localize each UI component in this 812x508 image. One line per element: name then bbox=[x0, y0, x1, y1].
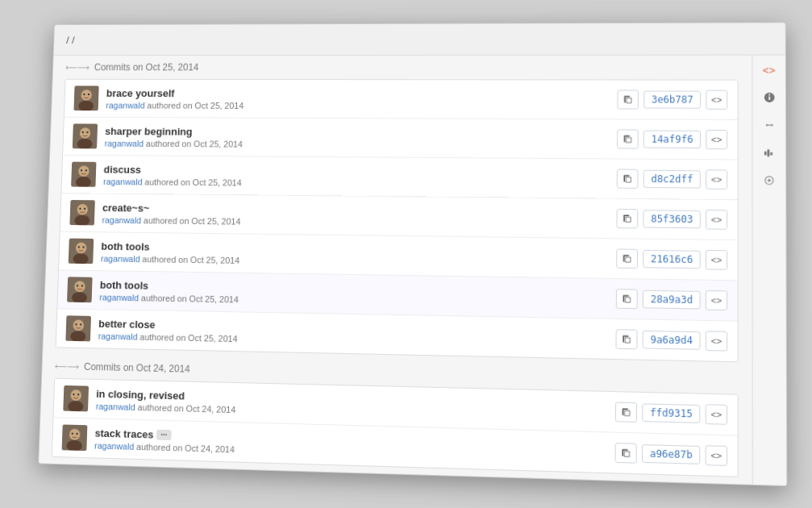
commit-message-link[interactable]: discuss bbox=[103, 163, 141, 175]
table-row: discuss raganwald authored on Oct 25, 20… bbox=[61, 156, 737, 200]
browse-code-button[interactable]: <> bbox=[705, 404, 727, 425]
chart-icon[interactable] bbox=[760, 144, 777, 160]
author-link[interactable]: raganwald bbox=[99, 292, 139, 302]
commit-date: authored on Oct 25, 2014 bbox=[143, 215, 240, 226]
browse-code-button[interactable]: <> bbox=[705, 290, 727, 310]
commit-sha-link[interactable]: 28a9a3d bbox=[643, 290, 700, 310]
author-link[interactable]: raganwald bbox=[106, 100, 145, 110]
browse-code-button[interactable]: <> bbox=[706, 210, 727, 230]
copy-sha-button[interactable] bbox=[617, 129, 639, 148]
info-icon[interactable] bbox=[760, 90, 777, 106]
author-link[interactable]: raganwald bbox=[94, 440, 133, 451]
commit-sha-link[interactable]: 9a6a9d4 bbox=[643, 331, 700, 350]
avatar bbox=[65, 315, 91, 341]
browse-code-button[interactable]: <> bbox=[705, 250, 727, 270]
commit-info: sharper beginning raganwald authored on … bbox=[104, 125, 617, 151]
day-header-label-0: Commits on Oct 25, 2014 bbox=[94, 62, 198, 73]
main-panel: / / ⟵⟶ Commits on Oct 25, 2014 bbox=[38, 22, 787, 486]
commit-message-link[interactable]: in closing, revised bbox=[96, 387, 185, 402]
commit-sha-link[interactable]: 21616c6 bbox=[643, 250, 700, 269]
author-link[interactable]: raganwald bbox=[98, 331, 137, 341]
day-header-icon-1: ⟵⟶ bbox=[54, 361, 79, 373]
author-link[interactable]: raganwald bbox=[102, 214, 141, 224]
day-header-label-1: Commits on Oct 24, 2014 bbox=[83, 361, 189, 375]
author-link[interactable]: raganwald bbox=[100, 253, 139, 263]
avatar bbox=[72, 123, 97, 148]
avatar bbox=[73, 85, 98, 110]
commits-group-1: in closing, revised raganwald authored o… bbox=[51, 378, 738, 477]
commit-date: authored on Oct 25, 2014 bbox=[144, 177, 242, 187]
commit-message-link[interactable]: create~s~ bbox=[102, 202, 148, 214]
browse-code-button[interactable]: <> bbox=[705, 445, 727, 466]
commit-sha-link[interactable]: 14af9f6 bbox=[643, 131, 701, 149]
commits-group-0: brace yourself raganwald authored on Oct… bbox=[55, 79, 738, 363]
commit-actions: a96e87b <> bbox=[615, 443, 727, 466]
commit-meta: raganwald authored on Oct 25, 2014 bbox=[106, 100, 618, 111]
browse-code-button[interactable]: <> bbox=[706, 90, 727, 110]
commit-date: authored on Oct 25, 2014 bbox=[142, 254, 239, 265]
commit-date: authored on Oct 24, 2014 bbox=[136, 441, 235, 454]
avatar bbox=[61, 424, 87, 451]
commit-actions: 9a6a9d4 <> bbox=[615, 329, 727, 351]
commit-sha-link[interactable]: 85f3603 bbox=[643, 210, 700, 228]
ellipsis-badge[interactable]: ··· bbox=[156, 429, 171, 439]
copy-sha-button[interactable] bbox=[616, 289, 638, 309]
browse-code-button[interactable]: <> bbox=[705, 331, 727, 351]
commit-sha-link[interactable]: ffd9315 bbox=[642, 403, 700, 423]
avatar bbox=[71, 162, 96, 187]
commit-meta: raganwald authored on Oct 25, 2014 bbox=[102, 177, 616, 190]
browse-code-button[interactable]: <> bbox=[706, 169, 727, 189]
arrows-icon[interactable] bbox=[760, 117, 777, 133]
author-link[interactable]: raganwald bbox=[102, 177, 142, 186]
commit-sha-link[interactable]: 3e6b787 bbox=[643, 91, 701, 109]
commit-info: both tools raganwald authored on Oct 25,… bbox=[99, 278, 616, 310]
copy-sha-button[interactable] bbox=[615, 329, 637, 349]
commit-message-link[interactable]: both tools bbox=[101, 240, 150, 252]
commit-message-link[interactable]: brace yourself bbox=[106, 87, 174, 99]
copy-sha-button[interactable] bbox=[616, 209, 638, 229]
table-row: brace yourself raganwald authored on Oct… bbox=[64, 80, 737, 120]
commit-info: create~s~ raganwald authored on Oct 25, … bbox=[102, 202, 617, 231]
commit-actions: 21616c6 <> bbox=[616, 248, 727, 269]
browse-code-button[interactable]: <> bbox=[706, 130, 727, 149]
commit-info: in closing, revised raganwald authored o… bbox=[95, 387, 615, 423]
commit-date: authored on Oct 25, 2014 bbox=[145, 139, 242, 148]
commit-date: authored on Oct 25, 2014 bbox=[140, 293, 238, 304]
commit-date: authored on Oct 25, 2014 bbox=[139, 331, 237, 343]
commit-date: authored on Oct 25, 2014 bbox=[147, 100, 244, 110]
copy-sha-button[interactable] bbox=[615, 402, 637, 423]
day-header-0: ⟵⟶ Commits on Oct 25, 2014 bbox=[52, 56, 752, 80]
commit-actions: d8c2dff <> bbox=[617, 169, 727, 189]
commit-info: brace yourself raganwald authored on Oct… bbox=[106, 87, 618, 111]
author-link[interactable]: raganwald bbox=[104, 138, 144, 148]
commit-info: stack traces ··· raganwald authored on O… bbox=[94, 427, 614, 464]
content-area: ⟵⟶ Commits on Oct 25, 2014 brace yo bbox=[39, 56, 786, 486]
commit-actions: 28a9a3d <> bbox=[616, 289, 727, 310]
commit-message-link[interactable]: stack traces bbox=[94, 427, 153, 440]
commits-list: ⟵⟶ Commits on Oct 25, 2014 brace yo bbox=[39, 56, 752, 485]
commit-info: discuss raganwald authored on Oct 25, 20… bbox=[102, 163, 616, 190]
commit-meta: raganwald authored on Oct 25, 2014 bbox=[104, 138, 617, 151]
commit-actions: 3e6b787 <> bbox=[617, 90, 727, 109]
commit-message: brace yourself bbox=[106, 87, 617, 100]
commit-sha-link[interactable]: a96e87b bbox=[642, 444, 700, 464]
day-header-icon-0: ⟵⟶ bbox=[65, 62, 90, 72]
commit-message-link[interactable]: sharper beginning bbox=[105, 125, 193, 137]
avatar bbox=[68, 239, 94, 264]
copy-sha-button[interactable] bbox=[617, 169, 639, 189]
author-link[interactable]: raganwald bbox=[95, 401, 135, 411]
avatar bbox=[63, 385, 89, 411]
commit-date: authored on Oct 24, 2014 bbox=[137, 402, 235, 414]
table-row: sharper beginning raganwald authored on … bbox=[63, 118, 738, 160]
commit-sha-link[interactable]: d8c2dff bbox=[643, 170, 701, 189]
header-sep2: / bbox=[71, 34, 74, 45]
code-icon[interactable]: <> bbox=[760, 62, 777, 78]
right-sidebar: <> bbox=[752, 56, 786, 486]
copy-sha-button[interactable] bbox=[617, 90, 639, 109]
commit-message-link[interactable]: both tools bbox=[99, 278, 148, 291]
copy-sha-button[interactable] bbox=[616, 248, 638, 269]
tools-icon[interactable] bbox=[760, 173, 777, 189]
commit-message: sharper beginning bbox=[105, 125, 618, 139]
commit-message-link[interactable]: better close bbox=[98, 318, 156, 331]
copy-sha-button[interactable] bbox=[615, 443, 637, 464]
